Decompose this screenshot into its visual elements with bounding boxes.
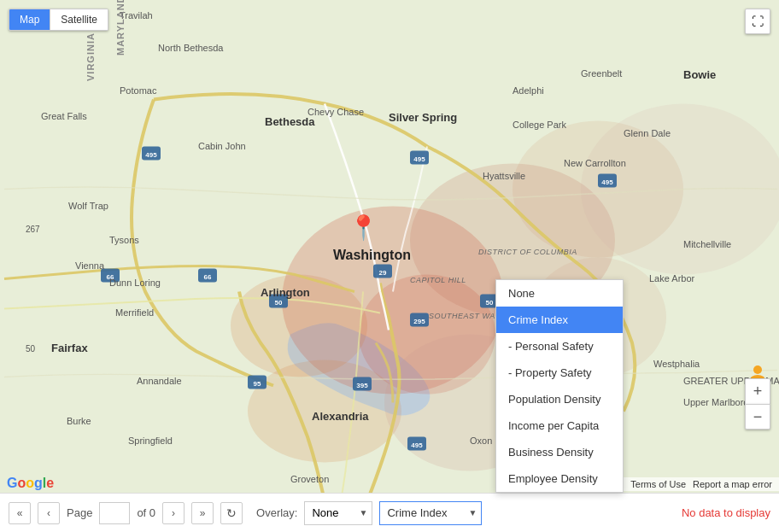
svg-rect-15 — [198, 269, 217, 283]
zoom-controls: + − — [745, 378, 770, 430]
map-label: Annandale — [137, 376, 182, 386]
map-label: Tysons — [109, 235, 139, 245]
map-label: Potomac — [120, 85, 156, 96]
map-label: Silver Spring — [389, 111, 457, 124]
map-label: Cabin John — [198, 141, 246, 151]
map-label: Great Falls — [41, 111, 87, 121]
zoom-out-button[interactable]: − — [745, 404, 770, 430]
map-label: CAPITOL HILL — [410, 276, 466, 284]
svg-point-1 — [359, 275, 495, 395]
map-label: New Carrollton — [564, 158, 626, 168]
map-label: Burke — [67, 416, 91, 426]
map-label: Springfield — [128, 436, 173, 446]
overlay-select-wrapper: None ▼ — [304, 501, 372, 525]
dropdown-item-property-safety[interactable]: - Property Safety — [496, 360, 623, 386]
zoom-in-button[interactable]: + — [745, 378, 770, 404]
dropdown-item-employee-density[interactable]: Employee Density — [496, 465, 623, 492]
map-label: Fairfax — [51, 342, 88, 354]
svg-text:50: 50 — [275, 299, 283, 307]
page-number-input[interactable] — [99, 502, 130, 524]
map-label: MARYLAND — [115, 0, 126, 56]
map-label: Adelphi — [512, 85, 544, 96]
svg-text:66: 66 — [107, 273, 114, 281]
svg-text:95: 95 — [254, 380, 261, 388]
map-label: Bethesda — [265, 115, 315, 128]
dropdown-item-crime-index[interactable]: Crime Index — [496, 307, 623, 333]
map-label: Westphalia — [653, 359, 700, 369]
svg-text:66: 66 — [204, 273, 212, 281]
svg-rect-9 — [142, 147, 161, 161]
report-error-link[interactable]: Report a map error — [693, 479, 772, 489]
svg-text:395: 395 — [356, 382, 368, 389]
map-label: Glenn Dale — [624, 128, 671, 138]
svg-rect-11 — [410, 151, 429, 165]
svg-rect-17 — [101, 269, 120, 283]
map-label: Alexandria — [312, 410, 368, 423]
bottom-toolbar: « ‹ Page of 0 › » ↻ Overlay: None ▼ Crim… — [0, 493, 779, 532]
active-overlay-select[interactable]: Crime Index — [379, 501, 482, 525]
dropdown-item-none[interactable]: None — [496, 280, 623, 307]
map-container: 495 495 495 66 66 50 29 295 395 — [0, 0, 779, 532]
svg-rect-29 — [407, 437, 426, 451]
active-overlay-wrapper: Crime Index ▼ — [379, 501, 482, 525]
svg-rect-25 — [353, 377, 372, 391]
svg-text:29: 29 — [379, 269, 387, 277]
map-type-satellite-button[interactable]: Satellite — [50, 9, 108, 30]
svg-rect-21 — [373, 265, 392, 278]
svg-text:295: 295 — [413, 318, 425, 325]
svg-rect-13 — [598, 174, 617, 188]
svg-text:50: 50 — [486, 299, 494, 307]
svg-rect-19 — [269, 295, 288, 308]
svg-text:50: 50 — [26, 344, 36, 354]
svg-text:495: 495 — [413, 155, 425, 163]
map-roads-svg: 495 495 495 66 66 50 29 295 395 — [0, 0, 779, 532]
no-data-label: No data to display — [682, 506, 770, 519]
map-label: Chevy Chase — [308, 107, 364, 117]
dropdown-item-business-density[interactable]: Business Density — [496, 439, 623, 465]
svg-point-2 — [231, 275, 367, 377]
svg-rect-27 — [248, 376, 266, 389]
svg-point-0 — [282, 207, 504, 395]
svg-text:495: 495 — [411, 441, 423, 449]
overlay-label: Overlay: — [256, 506, 297, 519]
map-background: 495 495 495 66 66 50 29 295 395 — [0, 0, 779, 532]
overlay-dropdown-menu: NoneCrime Index- Personal Safety- Proper… — [495, 279, 624, 493]
dropdown-item-population-density[interactable]: Population Density — [496, 386, 623, 412]
map-label: Vienna — [75, 260, 104, 271]
fullscreen-icon: ⛶ — [752, 15, 764, 28]
svg-point-5 — [512, 121, 683, 258]
overlay-select[interactable]: None — [304, 501, 372, 525]
dropdown-item-personal-safety[interactable]: - Personal Safety — [496, 333, 623, 360]
map-label: Arlington — [261, 286, 310, 299]
map-label: Upper Marlboro — [683, 397, 748, 407]
map-label: Travilah — [120, 10, 153, 20]
map-label: VIRGINIA — [85, 32, 96, 81]
terms-of-use-link[interactable]: Terms of Use — [630, 479, 686, 489]
map-type-controls: Map Satellite — [9, 9, 108, 31]
svg-text:495: 495 — [145, 151, 157, 159]
next-page-button[interactable]: › — [162, 502, 184, 524]
map-label: Groveton — [290, 474, 329, 484]
map-label: Washington — [333, 248, 411, 263]
map-label: College Park — [512, 120, 566, 130]
svg-point-7 — [581, 104, 779, 275]
first-page-button[interactable]: « — [9, 502, 31, 524]
svg-point-3 — [248, 360, 401, 463]
svg-point-35 — [753, 365, 762, 374]
fullscreen-button[interactable]: ⛶ — [745, 9, 770, 34]
refresh-button[interactable]: ↻ — [220, 502, 243, 524]
map-type-map-button[interactable]: Map — [9, 9, 50, 30]
svg-text:267: 267 — [26, 225, 40, 234]
page-label: Page — [67, 506, 92, 519]
map-label: Merrifield — [115, 307, 154, 318]
map-label: Lake Arbor — [649, 273, 694, 284]
map-label: Hyattsville — [483, 171, 525, 181]
svg-rect-23 — [410, 313, 429, 327]
dropdown-item-income-per-capita[interactable]: Income per Capita — [496, 412, 623, 439]
map-label: DISTRICT OF COLUMBIA — [478, 248, 577, 256]
prev-page-button[interactable]: ‹ — [38, 502, 60, 524]
map-pin: 📍 — [348, 213, 378, 242]
map-label: Dunn Loring — [109, 278, 161, 288]
of-label: of 0 — [137, 506, 155, 519]
last-page-button[interactable]: » — [191, 502, 214, 524]
